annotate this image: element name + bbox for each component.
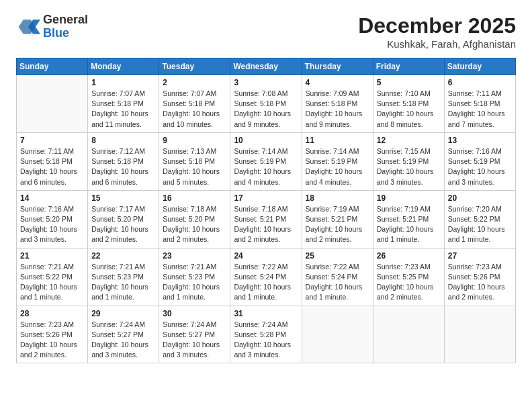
table-row: 21Sunrise: 7:21 AM Sunset: 5:22 PM Dayli…: [17, 248, 88, 306]
col-friday: Friday: [373, 58, 444, 75]
table-row: 5Sunrise: 7:10 AM Sunset: 5:18 PM Daylig…: [373, 75, 444, 133]
table-row: 4Sunrise: 7:09 AM Sunset: 5:18 PM Daylig…: [302, 75, 373, 133]
day-info: Sunrise: 7:22 AM Sunset: 5:24 PM Dayligh…: [234, 262, 298, 303]
day-info: Sunrise: 7:07 AM Sunset: 5:18 PM Dayligh…: [163, 89, 226, 130]
table-row: 3Sunrise: 7:08 AM Sunset: 5:18 PM Daylig…: [230, 75, 302, 133]
day-number: 23: [163, 251, 226, 261]
table-row: 6Sunrise: 7:11 AM Sunset: 5:18 PM Daylig…: [444, 75, 515, 133]
col-thursday: Thursday: [302, 58, 373, 75]
table-row: 14Sunrise: 7:16 AM Sunset: 5:20 PM Dayli…: [17, 190, 88, 248]
day-number: 6: [448, 78, 512, 87]
day-number: 29: [91, 309, 155, 318]
table-row: 30Sunrise: 7:24 AM Sunset: 5:27 PM Dayli…: [159, 306, 230, 363]
col-monday: Monday: [88, 58, 159, 75]
table-row: 7Sunrise: 7:11 AM Sunset: 5:18 PM Daylig…: [17, 132, 88, 190]
day-info: Sunrise: 7:21 AM Sunset: 5:22 PM Dayligh…: [20, 262, 84, 303]
table-row: 1Sunrise: 7:07 AM Sunset: 5:18 PM Daylig…: [88, 75, 159, 133]
day-number: 30: [163, 309, 226, 318]
day-number: 31: [234, 309, 298, 318]
day-info: Sunrise: 7:10 AM Sunset: 5:18 PM Dayligh…: [377, 89, 441, 130]
day-number: 1: [91, 78, 155, 87]
logo-general: General: [43, 13, 88, 27]
table-row: 17Sunrise: 7:18 AM Sunset: 5:21 PM Dayli…: [230, 190, 302, 248]
day-number: 4: [306, 78, 369, 87]
table-row: 20Sunrise: 7:20 AM Sunset: 5:22 PM Dayli…: [444, 190, 515, 248]
logo-text: General Blue: [43, 13, 88, 40]
table-row: 25Sunrise: 7:22 AM Sunset: 5:24 PM Dayli…: [302, 248, 373, 306]
day-info: Sunrise: 7:16 AM Sunset: 5:19 PM Dayligh…: [448, 146, 512, 187]
day-info: Sunrise: 7:20 AM Sunset: 5:22 PM Dayligh…: [448, 204, 512, 245]
day-info: Sunrise: 7:09 AM Sunset: 5:18 PM Dayligh…: [306, 89, 369, 130]
table-row: 12Sunrise: 7:15 AM Sunset: 5:19 PM Dayli…: [373, 132, 444, 190]
logo-blue: Blue: [43, 27, 88, 40]
col-wednesday: Wednesday: [230, 58, 302, 75]
day-info: Sunrise: 7:22 AM Sunset: 5:24 PM Dayligh…: [306, 262, 369, 303]
table-row: 28Sunrise: 7:23 AM Sunset: 5:26 PM Dayli…: [17, 306, 88, 363]
calendar: Sunday Monday Tuesday Wednesday Thursday…: [16, 58, 516, 363]
col-sunday: Sunday: [17, 58, 88, 75]
day-info: Sunrise: 7:12 AM Sunset: 5:18 PM Dayligh…: [91, 146, 155, 187]
day-info: Sunrise: 7:21 AM Sunset: 5:23 PM Dayligh…: [91, 262, 155, 303]
day-number: 17: [234, 193, 298, 203]
day-number: 3: [234, 78, 298, 87]
table-row: 27Sunrise: 7:23 AM Sunset: 5:26 PM Dayli…: [444, 248, 515, 306]
day-number: 28: [20, 309, 84, 318]
day-info: Sunrise: 7:14 AM Sunset: 5:19 PM Dayligh…: [234, 146, 298, 187]
day-number: 21: [20, 251, 84, 261]
day-info: Sunrise: 7:18 AM Sunset: 5:21 PM Dayligh…: [234, 204, 298, 245]
table-row: 15Sunrise: 7:17 AM Sunset: 5:20 PM Dayli…: [88, 190, 159, 248]
day-info: Sunrise: 7:24 AM Sunset: 5:27 PM Dayligh…: [163, 320, 226, 361]
day-number: 9: [163, 136, 226, 145]
table-row: [302, 306, 373, 363]
table-row: 8Sunrise: 7:12 AM Sunset: 5:18 PM Daylig…: [88, 132, 159, 190]
day-info: Sunrise: 7:07 AM Sunset: 5:18 PM Dayligh…: [91, 89, 155, 130]
day-info: Sunrise: 7:14 AM Sunset: 5:19 PM Dayligh…: [306, 146, 369, 187]
day-info: Sunrise: 7:11 AM Sunset: 5:18 PM Dayligh…: [448, 89, 512, 130]
table-row: 31Sunrise: 7:24 AM Sunset: 5:28 PM Dayli…: [230, 306, 302, 363]
day-info: Sunrise: 7:19 AM Sunset: 5:21 PM Dayligh…: [377, 204, 441, 245]
table-row: 23Sunrise: 7:21 AM Sunset: 5:23 PM Dayli…: [159, 248, 230, 306]
table-row: [444, 306, 515, 363]
table-row: 24Sunrise: 7:22 AM Sunset: 5:24 PM Dayli…: [230, 248, 302, 306]
day-number: 11: [306, 136, 369, 145]
table-row: [17, 75, 88, 133]
table-row: 18Sunrise: 7:19 AM Sunset: 5:21 PM Dayli…: [302, 190, 373, 248]
table-row: 22Sunrise: 7:21 AM Sunset: 5:23 PM Dayli…: [88, 248, 159, 306]
day-info: Sunrise: 7:18 AM Sunset: 5:20 PM Dayligh…: [163, 204, 226, 245]
page: General Blue December 2025 Kushkak, Fara…: [0, 0, 532, 374]
day-info: Sunrise: 7:13 AM Sunset: 5:18 PM Dayligh…: [163, 146, 226, 187]
table-row: [373, 306, 444, 363]
day-info: Sunrise: 7:16 AM Sunset: 5:20 PM Dayligh…: [20, 204, 84, 245]
day-number: 7: [20, 136, 84, 145]
day-info: Sunrise: 7:21 AM Sunset: 5:23 PM Dayligh…: [163, 262, 226, 303]
table-row: 13Sunrise: 7:16 AM Sunset: 5:19 PM Dayli…: [444, 132, 515, 190]
title-block: December 2025 Kushkak, Farah, Afghanista…: [358, 13, 516, 50]
header: General Blue December 2025 Kushkak, Fara…: [16, 13, 516, 50]
day-info: Sunrise: 7:23 AM Sunset: 5:25 PM Dayligh…: [377, 262, 441, 303]
day-number: 20: [448, 193, 512, 203]
day-info: Sunrise: 7:24 AM Sunset: 5:28 PM Dayligh…: [234, 320, 298, 361]
day-number: 12: [377, 136, 441, 145]
location: Kushkak, Farah, Afghanistan: [358, 38, 516, 50]
day-number: 19: [377, 193, 441, 203]
logo: General Blue: [16, 13, 88, 40]
day-info: Sunrise: 7:19 AM Sunset: 5:21 PM Dayligh…: [306, 204, 369, 245]
table-row: 9Sunrise: 7:13 AM Sunset: 5:18 PM Daylig…: [159, 132, 230, 190]
day-info: Sunrise: 7:23 AM Sunset: 5:26 PM Dayligh…: [20, 320, 84, 361]
day-number: 18: [306, 193, 369, 203]
table-row: 2Sunrise: 7:07 AM Sunset: 5:18 PM Daylig…: [159, 75, 230, 133]
day-number: 2: [163, 78, 226, 87]
day-info: Sunrise: 7:11 AM Sunset: 5:18 PM Dayligh…: [20, 146, 84, 187]
day-number: 22: [91, 251, 155, 261]
day-info: Sunrise: 7:15 AM Sunset: 5:19 PM Dayligh…: [377, 146, 441, 187]
col-saturday: Saturday: [444, 58, 515, 75]
table-row: 11Sunrise: 7:14 AM Sunset: 5:19 PM Dayli…: [302, 132, 373, 190]
day-number: 15: [91, 193, 155, 203]
day-info: Sunrise: 7:24 AM Sunset: 5:27 PM Dayligh…: [91, 320, 155, 361]
day-number: 16: [163, 193, 226, 203]
day-number: 13: [448, 136, 512, 145]
day-info: Sunrise: 7:17 AM Sunset: 5:20 PM Dayligh…: [91, 204, 155, 245]
table-row: 29Sunrise: 7:24 AM Sunset: 5:27 PM Dayli…: [88, 306, 159, 363]
day-info: Sunrise: 7:08 AM Sunset: 5:18 PM Dayligh…: [234, 89, 298, 130]
day-number: 26: [377, 251, 441, 261]
